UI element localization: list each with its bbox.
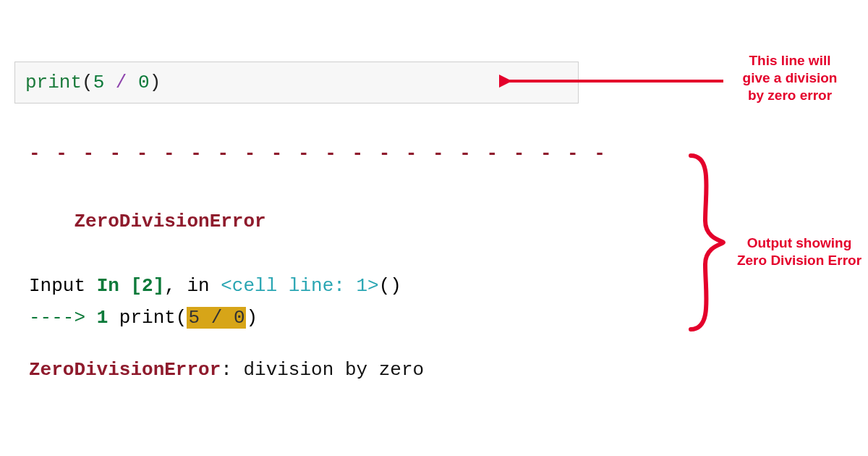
final-error-line: ZeroDivisionError: division by zero [29, 354, 622, 386]
traceback-arrow-line: ----> 1 print(5 / 0) [29, 302, 622, 334]
token-rparen: ) [150, 72, 161, 93]
print-rparen: ) [246, 307, 258, 329]
input-in-line: Input In [2], in <cell line: 1>() [29, 270, 622, 302]
annotation-output-line2: Zero Division Error [737, 253, 861, 268]
annotation-output: Output showing Zero Division Error [731, 235, 868, 269]
annotation-output-line1: Output showing [747, 235, 852, 250]
token-space [127, 72, 138, 93]
in-bracket: In [2] [97, 275, 165, 297]
token-space [104, 72, 116, 93]
print-call: print [119, 307, 176, 329]
error-type-line: ZeroDivisionError [29, 174, 622, 270]
line-number: 1 [97, 307, 119, 329]
cell-line-ref: <cell line: 1> [221, 275, 378, 297]
final-error-message: : division by zero [221, 359, 424, 381]
token-divide: / [116, 72, 127, 93]
code-input-cell[interactable]: print(5 / 0) [14, 62, 579, 104]
token-num-5: 5 [93, 72, 105, 93]
arrow-icon [499, 72, 731, 94]
annotation-input: This line will give a division by zero e… [725, 52, 855, 104]
annotation-input-line1: This line will [749, 53, 831, 68]
final-error-name: ZeroDivisionError [29, 359, 221, 381]
trailing-paren: () [379, 275, 401, 297]
token-lparen: ( [82, 72, 93, 93]
annotation-input-line3: by zero error [748, 88, 832, 103]
traceback-separator: - - - - - - - - - - - - - - - - - - - - … [29, 138, 622, 174]
error-type-name: ZeroDivisionError [74, 211, 265, 232]
output-block: - - - - - - - - - - - - - - - - - - - - … [29, 138, 622, 386]
input-label: Input [29, 275, 97, 297]
print-lparen: ( [176, 307, 187, 329]
token-print: print [25, 72, 82, 93]
highlighted-expr: 5 / 0 [187, 307, 246, 329]
curly-brace-icon [680, 148, 738, 337]
token-num-0: 0 [138, 72, 150, 93]
traceback-arrow: ----> [29, 307, 97, 329]
comma-in: , in [164, 275, 221, 297]
annotation-input-line2: give a division [743, 70, 838, 85]
